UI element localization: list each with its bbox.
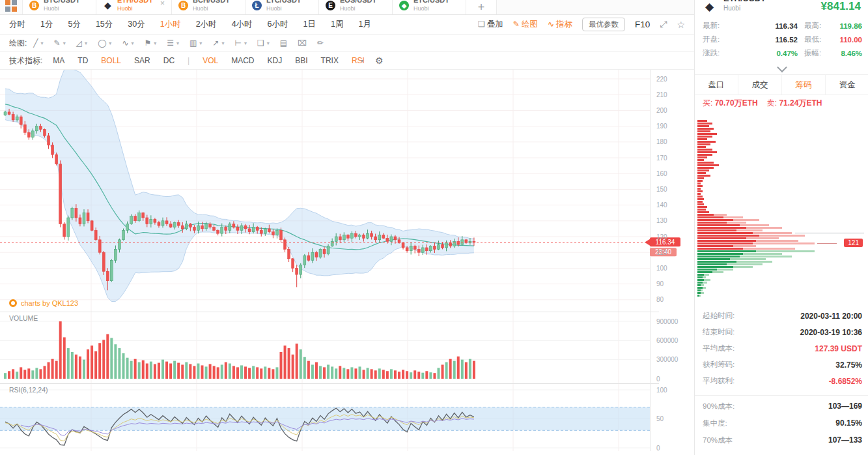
chip-bar [697,256,864,257]
pencil-icon: ✎ [513,20,520,29]
timeframe-1月[interactable]: 1月 [358,19,371,30]
chip-price-tag: 121 [844,239,863,247]
draw-button[interactable]: ✎绘图 [513,19,538,30]
cost-row: 集中度:90.15% [703,415,862,432]
overlay-button[interactable]: ❏叠加 [478,19,503,30]
indicator-list: MATDBOLLSARDC|VOLMACDKDJBBITRIXRSI [53,56,365,65]
indicator-sar[interactable]: SAR [134,56,150,65]
channel-tool[interactable]: ◿▾ [76,38,87,48]
timeframe-1分[interactable]: 1分 [40,19,53,30]
timeframe-4小时[interactable]: 4小时 [232,19,253,30]
callout-tool[interactable]: ❑▾ [257,38,270,48]
delete-drawing-tool[interactable]: ⌧ [298,38,307,48]
chip-bar [697,136,864,138]
indicator-kdj[interactable]: KDJ [268,56,283,65]
volume-pane-label: VOLUME [9,314,38,322]
indicator-toolbar-label: 技术指标: [9,55,42,66]
chip-bar [697,266,864,268]
chip-bar [697,245,864,247]
fib-lines-tool[interactable]: ☰▾ [167,38,179,48]
chip-bar [697,242,864,244]
timeframe-2小时[interactable]: 2小时 [196,19,217,30]
indicator-more-caret-icon[interactable]: ▾ [361,58,363,64]
pair-tab-exchange: Huobi [193,5,230,12]
brush-tool[interactable]: ✏ [317,38,324,48]
drawing-toolbar: 绘图: ╱▾✎▾◿▾◯▾∿▾⚑▾☰▾▥▾↗▾⊢▾❑▾▤⌧✏ [0,35,694,52]
timeframe-5分[interactable]: 5分 [68,19,80,30]
indicator-ma[interactable]: MA [53,56,64,65]
chip-bar [697,287,864,289]
chip-bar [697,295,864,297]
timeframe-30分[interactable]: 30分 [128,19,145,30]
f10-button[interactable]: F10 [635,20,650,29]
timeframe-分时[interactable]: 分时 [9,19,25,30]
pair-tab-etc-usdt[interactable]: ◆ETC/USDTHuobi [393,0,466,14]
indicator-macd[interactable]: MACD [231,56,254,65]
chart-area: 116.3423:4022021020019018017016015014013… [0,0,694,455]
indicator-td[interactable]: TD [77,56,88,65]
side-tab-筹码[interactable]: 筹码 [782,75,826,95]
timeframe-1周[interactable]: 1周 [331,19,343,30]
indicator-vol[interactable]: VOL [203,56,218,65]
indicator-dc[interactable]: DC [163,56,175,65]
chip-bar [697,240,864,242]
svg-text:150: 150 [656,186,667,193]
gann-tool[interactable]: ▥▾ [189,38,202,48]
pair-tab-btc-usdt[interactable]: BBTC/USDTHuobi [23,0,96,14]
side-tab-盘口[interactable]: 盘口 [695,75,738,95]
indicator-settings-gear-icon[interactable]: ⚙ [375,55,384,66]
timeframe-1日[interactable]: 1日 [303,19,316,30]
eos-coin-icon: E [326,1,335,10]
svg-text:140: 140 [656,201,667,209]
measure-tool[interactable]: ⊢▾ [234,38,246,48]
indicator-separator: | [188,56,189,65]
chip-bar [697,164,864,166]
favorite-star-icon[interactable]: ☆ [677,20,685,30]
rsi-pane-label: RSI(6,12,24) [9,386,48,394]
pair-tab-ltc-usdt[interactable]: ŁLTC/USDTHuobi [245,0,319,14]
indicator-trix[interactable]: TRIX [321,56,339,65]
ellipse-tool[interactable]: ◯▾ [98,38,111,48]
toolbars: BBTC/USDTHuobi◆ETH/USDTHuobi×BBCH/USDTHu… [0,0,694,70]
arrow-tool[interactable]: ↗▾ [212,38,224,48]
side-tab-资金[interactable]: 资金 [826,75,868,95]
indicator-boll[interactable]: BOLL [101,56,121,65]
stat-振幅: 振幅:8.46% [804,48,862,58]
chip-bar [697,133,864,135]
layout-grid-icon[interactable] [0,0,23,14]
timeframe-15分[interactable]: 15分 [96,19,113,30]
pair-tab-eth-usdt[interactable]: ◆ETH/USDTHuobi× [96,0,172,14]
pair-tab-eos-usdt[interactable]: EEOS/USDTHuobi [319,0,393,14]
side-tab-成交[interactable]: 成交 [738,75,782,95]
chip-bar [697,198,864,200]
pattern-tool[interactable]: ▤ [280,38,287,48]
chip-bar [697,250,864,252]
pencil-tool[interactable]: ✎▾ [54,38,66,48]
side-panel: ◆ ETH/USDT Huobi ¥841.14 最新:116.34最高:119… [694,0,868,455]
layers-icon: ❏ [478,20,485,29]
best-params-button[interactable]: 最优参数 [582,18,625,31]
chip-bar [697,125,864,127]
trend-line-tool[interactable]: ╱▾ [33,38,43,48]
pair-tab-bar: BBTC/USDTHuobi◆ETH/USDTHuobi×BBCH/USDTHu… [0,0,694,15]
timeframe-1小时[interactable]: 1小时 [160,19,181,30]
timeframe-6小时[interactable]: 6小时 [268,19,288,30]
delete-drawing-tool-icon: ⌧ [298,38,307,48]
chip-bar [697,146,864,148]
chip-bar [697,128,864,130]
trend-line-tool-icon: ╱ [33,38,38,48]
channel-tool-icon: ◿ [76,38,82,48]
pair-tab-bch-usdt[interactable]: BBCH/USDTHuobi [172,0,245,14]
fullscreen-icon[interactable]: ⤢ [660,19,667,30]
flag-tool[interactable]: ⚑▾ [144,38,156,48]
close-tab-icon[interactable]: × [160,0,165,8]
indicator-bbi[interactable]: BBI [295,56,307,65]
add-pair-button[interactable]: + [466,0,497,14]
wave-tool[interactable]: ∿▾ [122,38,133,48]
qkl123-logo-icon [9,299,17,307]
stat-开盘: 开盘:116.52 [703,35,798,44]
pair-tab-label: ETH/USDT [117,0,153,3]
chip-bar [697,120,864,122]
indicator-button[interactable]: ∿指标 [548,19,572,30]
collapse-chevron-icon[interactable] [777,63,787,73]
